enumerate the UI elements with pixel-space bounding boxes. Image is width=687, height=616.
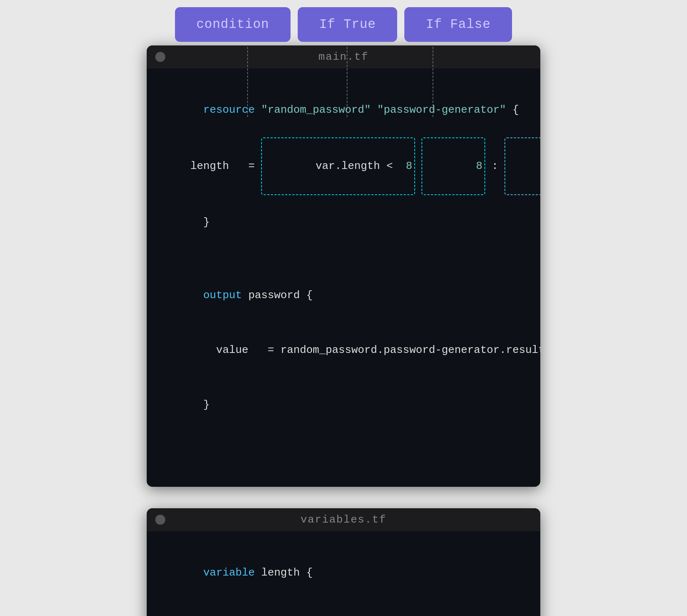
blank-line-1: [165, 250, 522, 268]
length-line: length = var.length < 8 8 : var.length: [165, 137, 522, 195]
condition-text: var.length <: [316, 160, 406, 172]
variables-tf-body: variable length { type = number descript…: [147, 531, 540, 616]
variables-tf-title: variables.tf: [301, 514, 386, 526]
type-line: type = number: [165, 600, 522, 616]
window-close-dot: [155, 52, 165, 62]
close-brace-1: }: [165, 195, 522, 250]
variable-brace: {: [306, 567, 313, 579]
condition-label: condition: [175, 7, 291, 42]
variable-line: variable length {: [165, 545, 522, 600]
variable-name: length: [261, 567, 306, 579]
variable-space: [255, 567, 261, 579]
resource-keyword: resource: [203, 104, 255, 116]
output-brace: {: [300, 289, 313, 301]
resource-line: resource "random_password" "password-gen…: [165, 83, 522, 137]
if-false-label: If False: [404, 7, 512, 42]
main-tf-window: main.tf resource "random_password" "pass…: [147, 45, 540, 487]
resource-space: [255, 104, 261, 116]
length-indent: length =: [165, 157, 261, 175]
value-line: value = random_password.password-generat…: [165, 323, 522, 378]
output-keyword: output: [203, 289, 242, 301]
ternary-colon: :: [485, 157, 505, 175]
output-line: output password {: [165, 268, 522, 323]
variables-tf-titlebar: variables.tf: [147, 508, 540, 531]
output-space: [242, 289, 248, 301]
resource-name: "password-generator": [377, 104, 506, 116]
main-tf-titlebar: main.tf: [147, 45, 540, 68]
resource-space2: [371, 104, 377, 116]
resource-type: "random_password": [261, 104, 371, 116]
if-false-box: var.length: [505, 137, 540, 195]
value-indent: value = random_password.password-generat…: [203, 344, 540, 356]
variables-tf-window: variables.tf variable length { type = nu…: [147, 508, 540, 616]
blank-line-3: [165, 451, 522, 469]
main-tf-body: resource "random_password" "password-gen…: [147, 68, 540, 487]
variable-keyword: variable: [203, 567, 255, 579]
if-true-label: If True: [298, 7, 397, 42]
main-tf-title: main.tf: [318, 51, 369, 63]
close-brace-2: }: [165, 378, 522, 432]
condition-num: 8: [406, 160, 412, 172]
ternary-q: [415, 157, 422, 175]
output-name: password: [248, 289, 300, 301]
variables-window-dot: [155, 515, 165, 525]
resource-brace: {: [506, 104, 519, 116]
true-val: 8: [476, 160, 482, 172]
if-true-box: 8: [422, 137, 485, 195]
labels-row: condition If True If False: [147, 7, 540, 42]
labels-section: condition If True If False: [147, 7, 540, 45]
condition-box: var.length < 8: [261, 137, 415, 195]
blank-line-2: [165, 432, 522, 451]
